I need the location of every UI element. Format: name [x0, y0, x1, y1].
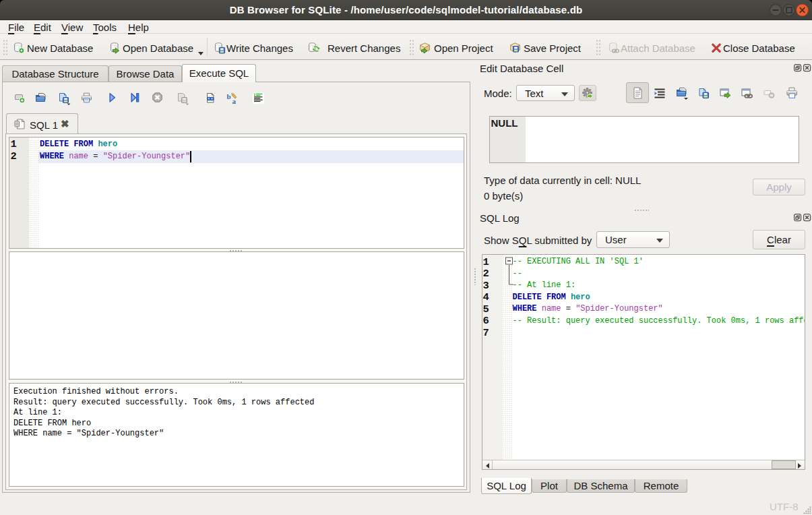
svg-text:b: b — [227, 92, 231, 100]
